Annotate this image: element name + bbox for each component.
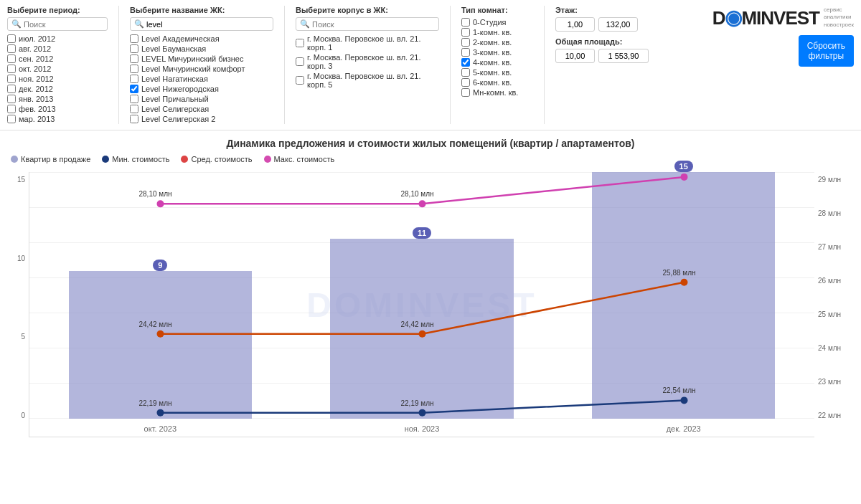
logo-subtitle: сервис аналитики новостроек (824, 6, 854, 29)
bar-group: 9окт. 2023 (29, 172, 291, 419)
bars-area: 9окт. 202311ноя. 202315дек. 2023 (29, 172, 814, 419)
period-filter: Выберите период: 🔍 июл. 2012авг. 2012сен… (7, 6, 108, 124)
period-item[interactable]: мар. 2013 (7, 114, 108, 124)
logo-text: D◉MINVEST (712, 6, 819, 29)
divider-3 (450, 6, 451, 124)
x-axis-label: дек. 2023 (655, 424, 712, 433)
korpus-search-box[interactable]: 🔍 (296, 17, 439, 31)
period-item[interactable]: сен. 2012 (7, 54, 108, 64)
bar-count-badge: 15 (674, 161, 693, 172)
bar (69, 271, 252, 419)
legend-dot (102, 156, 109, 163)
room-type-item[interactable]: 0-Студия (461, 17, 533, 27)
y-right-tick: 28 млн (818, 209, 841, 217)
period-item[interactable]: дек. 2012 (7, 84, 108, 94)
x-axis-label: окт. 2023 (131, 424, 189, 433)
divider-4 (544, 6, 545, 124)
zhk-item[interactable]: Level Мичуринский комфорт (130, 64, 273, 74)
floor-area-group: Этаж: Общая площадь: (555, 6, 649, 63)
reset-button[interactable]: Сбросить фильтры (799, 35, 854, 67)
korpus-search-input[interactable] (312, 20, 435, 29)
zhk-label: Выберите название ЖК: (130, 6, 273, 14)
chart-title: Динамика предложения и стоимости жилых п… (11, 138, 850, 149)
legend-dot (264, 156, 271, 163)
area-min-input[interactable] (555, 49, 595, 63)
zhk-item[interactable]: Level Селигерская 2 (130, 114, 273, 124)
floor-max-input[interactable] (598, 17, 638, 32)
period-search-input[interactable] (24, 20, 103, 29)
period-item[interactable]: янв. 2013 (7, 94, 108, 104)
main-content: Динамика предложения и стоимости жилых п… (0, 130, 861, 444)
bar-count-badge: 9 (153, 260, 167, 271)
zhk-item[interactable]: Level Селигерская (130, 104, 273, 114)
y-left-tick: 10 (17, 255, 25, 262)
korpus-item[interactable]: г. Москва. Перовское ш. вл. 21. корп. 3 (296, 52, 439, 71)
x-axis-label: ноя. 2023 (393, 424, 451, 433)
floor-filter: Этаж: (555, 6, 649, 32)
divider-1 (118, 6, 119, 124)
room-type-item[interactable]: 6-комн. кв. (461, 77, 533, 87)
legend-item: Макс. стоимость (264, 155, 335, 163)
room-type-item[interactable]: 5-комн. кв. (461, 67, 533, 77)
bar-count-badge: 11 (413, 227, 431, 239)
legend-dot (181, 156, 188, 163)
legend-item: Квартир в продаже (11, 155, 90, 163)
korpus-item[interactable]: г. Москва. Перовское ш. вл. 21. корп. 5 (296, 71, 439, 90)
logo-sub-3: новостроек (824, 22, 854, 29)
korpus-item[interactable]: г. Москва. Перовское ш. вл. 21. корп. 1 (296, 34, 439, 52)
legend-dot (11, 156, 18, 163)
period-checkbox-list: июл. 2012авг. 2012сен. 2012окт. 2012ноя.… (7, 34, 108, 124)
zhk-checkbox-list: Level АкадемическаяLevel БауманскаяLEVEL… (130, 34, 273, 124)
y-right-tick: 29 млн (818, 176, 841, 184)
zhk-filter: Выберите название ЖК: 🔍 Level Академичес… (130, 6, 273, 124)
room-type-item[interactable]: 2-комн. кв. (461, 37, 533, 47)
area-max-input[interactable] (598, 49, 649, 63)
divider-2 (284, 6, 285, 124)
chart-area: DOMINVEST 9окт. 202311ноя. 202315дек. 20… (29, 172, 814, 437)
period-item[interactable]: окт. 2012 (7, 64, 108, 74)
zhk-item[interactable]: LEVEL Мичуринский бизнес (130, 54, 273, 64)
logo-sub-1: сервис (824, 6, 854, 14)
bar (592, 172, 775, 419)
period-item[interactable]: ноя. 2012 (7, 74, 108, 84)
period-item[interactable]: авг. 2012 (7, 44, 108, 54)
zhk-item[interactable]: Level Академическая (130, 34, 273, 44)
room-type-item[interactable]: 4-комн. кв. (461, 57, 533, 67)
chart-container: 151050 DOMINVEST 9окт. 202311ноя. 202315… (11, 172, 850, 437)
chart-legend: Квартир в продажеМин. стоимостьСред. сто… (11, 155, 850, 163)
zhk-search-icon: 🔍 (134, 19, 144, 29)
y-left-tick: 0 (21, 412, 25, 419)
zhk-item[interactable]: Level Нагатинская (130, 74, 273, 84)
room-type-filter: Тип комнат: 0-Студия1-комн. кв.2-комн. к… (461, 6, 533, 98)
bar-group: 11ноя. 2023 (291, 172, 553, 419)
bar-group: 15дек. 2023 (552, 172, 814, 419)
floor-min-input[interactable] (555, 17, 595, 32)
period-label: Выберите период: (7, 6, 108, 14)
top-panel: Выберите период: 🔍 июл. 2012авг. 2012сен… (0, 0, 861, 130)
zhk-search-box[interactable]: 🔍 (130, 17, 273, 31)
zhk-item[interactable]: Level Причальный (130, 94, 273, 104)
period-item[interactable]: июл. 2012 (7, 34, 108, 44)
legend-item: Мин. стоимость (102, 155, 169, 163)
y-left-tick: 5 (21, 333, 25, 341)
zhk-item[interactable]: Level Нижегородская (130, 84, 273, 94)
logo-section: D◉MINVEST сервис аналитики новостроек Сб… (712, 6, 854, 67)
y-right-tick: 27 млн (818, 243, 841, 251)
legend-item: Сред. стоимость (181, 155, 252, 163)
room-type-item[interactable]: 3-комн. кв. (461, 47, 533, 57)
room-type-item[interactable]: 1-комн. кв. (461, 27, 533, 37)
zhk-search-input[interactable] (146, 20, 269, 29)
period-search-box[interactable]: 🔍 (7, 17, 108, 31)
period-item[interactable]: фев. 2013 (7, 104, 108, 114)
area-inputs (555, 49, 649, 63)
room-type-item[interactable]: Мн-комн. кв. (461, 87, 533, 98)
floor-inputs (555, 17, 649, 32)
floor-label: Этаж: (555, 6, 649, 14)
logo: D◉MINVEST сервис аналитики новостроек (712, 6, 854, 29)
zhk-item[interactable]: Level Бауманская (130, 44, 273, 54)
y-right-tick: 23 млн (818, 378, 841, 386)
y-right-tick: 24 млн (818, 344, 841, 352)
logo-sub-2: аналитики (824, 14, 854, 21)
y-axis-left: 151050 (11, 172, 29, 437)
korpus-checkbox-list: г. Москва. Перовское ш. вл. 21. корп. 1г… (296, 34, 439, 90)
